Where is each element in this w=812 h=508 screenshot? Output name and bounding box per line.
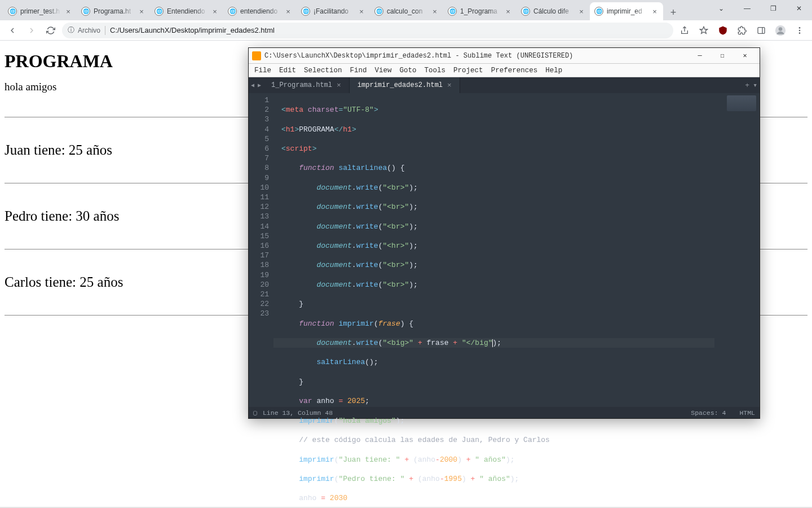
menu-view[interactable]: View (375, 67, 392, 75)
info-icon: ⓘ (68, 25, 74, 35)
tab-dropdown-icon[interactable]: ▾ (753, 81, 757, 90)
line-number: 12 (249, 202, 269, 212)
close-icon[interactable]: × (431, 7, 439, 15)
code-line: document.write("<hr>"); (273, 241, 714, 251)
profile-icon[interactable] (773, 23, 788, 38)
browser-tab[interactable]: 🌐calculo_con× (370, 2, 443, 20)
site-info-label: Archivo (78, 27, 100, 34)
browser-tab[interactable]: 🌐primer_test.h× (3, 2, 77, 20)
editor-tab-label: imprimir_edades2.html (358, 81, 443, 89)
menu-edit[interactable]: Edit (279, 67, 296, 75)
menu-project[interactable]: Project (453, 67, 483, 75)
code-line: document.write("<br>"); (273, 222, 714, 231)
menu-tools[interactable]: Tools (425, 67, 446, 75)
browser-tab[interactable]: 🌐1_Programa× (443, 2, 517, 20)
omnibox[interactable]: ⓘ Archivo C:/Users/LaunchX/Desktop/impri… (62, 23, 673, 38)
bookmark-icon[interactable] (696, 23, 712, 38)
browser-tab[interactable]: 🌐Programa.ht× (77, 2, 150, 20)
menu-preferences[interactable]: Preferences (491, 67, 538, 75)
sublime-menubar: File Edit Selection Find View Goto Tools… (249, 64, 760, 77)
maximize-button[interactable]: ❐ (760, 0, 786, 17)
extensions-icon[interactable] (734, 23, 750, 38)
forward-button[interactable] (24, 23, 39, 38)
new-tab-icon[interactable]: + (745, 81, 749, 90)
close-icon[interactable]: × (504, 7, 512, 15)
close-icon[interactable]: × (577, 7, 585, 15)
close-icon[interactable]: × (358, 7, 365, 15)
code-area[interactable]: <meta charset="UTF-8"> <h1>PROGRAMA</h1>… (273, 93, 714, 407)
close-icon[interactable]: × (138, 7, 145, 15)
site-info[interactable]: ⓘ Archivo (68, 25, 100, 35)
minimap[interactable] (714, 93, 760, 407)
tab-title: primer_test.h (20, 7, 61, 15)
browser-tab[interactable]: 🌐entendiendo× (223, 2, 297, 20)
panel-switch-icon[interactable]: ▢ (253, 409, 257, 417)
url-text: C:/Users/LaunchX/Desktop/imprimir_edades… (110, 26, 275, 34)
tab-title: entendiendo (240, 7, 281, 15)
code-line: document.write("<br>"); (273, 202, 714, 212)
minimap-viewport[interactable] (727, 95, 756, 111)
browser-tab-active[interactable]: 🌐imprimir_ed× (590, 2, 663, 20)
close-icon[interactable]: × (284, 7, 292, 15)
reload-button[interactable] (43, 23, 59, 38)
minimize-button[interactable]: ― (689, 48, 711, 64)
code-line: saltarLinea(); (273, 357, 714, 367)
code-line: } (273, 299, 714, 309)
line-number: 10 (249, 183, 269, 192)
line-number: 16 (249, 241, 269, 251)
new-tab-button[interactable]: + (665, 5, 681, 20)
browser-tab[interactable]: 🌐¡Facilitando× (297, 2, 370, 20)
globe-icon: 🌐 (228, 7, 237, 16)
sublime-titlebar[interactable]: C:\Users\LaunchX\Desktop\imprimir_edades… (249, 48, 760, 64)
maximize-button[interactable]: ☐ (711, 48, 734, 64)
code-line: imprimir("hola amigos"); (273, 416, 714, 426)
code-line: imprimir("Juan tiene: " + (anho-2000) + … (273, 455, 714, 465)
editor-body: 1 2 3 4 5 6 7 8 9 10 11 12 13 14 15 16 1… (249, 93, 760, 407)
dropdown-icon[interactable]: ⌄ (708, 0, 734, 17)
share-icon[interactable] (677, 23, 692, 38)
close-icon[interactable]: × (447, 81, 452, 90)
sidepanel-icon[interactable] (753, 23, 769, 38)
editor-tab-active[interactable]: imprimir_edades2.html× (350, 77, 460, 93)
gutter: 1 2 3 4 5 6 7 8 9 10 11 12 13 14 15 16 1… (249, 93, 273, 407)
close-icon[interactable]: × (211, 7, 219, 15)
editor-tab-label: 1_Programa.html (271, 81, 332, 89)
code-line: <script> (273, 144, 714, 154)
menu-goto[interactable]: Goto (400, 67, 417, 75)
menu-selection[interactable]: Selection (304, 67, 342, 75)
menu-help[interactable]: Help (545, 67, 562, 75)
tab-title: Cálculo dife (533, 7, 574, 15)
code-line: <h1>PROGRAMA</h1> (273, 125, 714, 134)
close-button[interactable]: ✕ (734, 48, 756, 64)
line-number: 7 (249, 154, 269, 163)
close-button[interactable]: ✕ (786, 0, 812, 17)
line-number: 8 (249, 163, 269, 173)
toolbar-actions (677, 23, 807, 38)
tab-nav-arrows[interactable]: ◀ ▶ (249, 77, 263, 93)
menu-icon[interactable] (792, 23, 807, 38)
menu-find[interactable]: Find (350, 67, 367, 75)
browser-tab[interactable]: 🌐Cálculo dife× (517, 2, 590, 20)
sublime-window[interactable]: C:\Users\LaunchX\Desktop\imprimir_edades… (248, 47, 760, 419)
close-icon[interactable]: × (64, 7, 72, 15)
line-number: 19 (249, 270, 269, 280)
code-line: var anho = 2025; (273, 396, 714, 406)
globe-icon: 🌐 (521, 7, 530, 16)
minimize-button[interactable]: ― (734, 0, 760, 17)
divider (105, 26, 105, 35)
back-button[interactable] (5, 23, 20, 38)
svg-rect-0 (758, 27, 765, 33)
menu-file[interactable]: File (254, 67, 271, 75)
status-syntax[interactable]: HTML (739, 409, 755, 417)
line-number: 18 (249, 260, 269, 270)
editor-tab[interactable]: 1_Programa.html× (263, 77, 350, 93)
close-icon[interactable]: × (337, 81, 341, 90)
browser-tab[interactable]: 🌐Entendiendo× (150, 2, 223, 20)
ublock-icon[interactable] (715, 23, 731, 38)
svg-point-3 (779, 27, 783, 31)
tab-title: imprimir_ed (607, 7, 647, 15)
line-number: 5 (249, 134, 269, 144)
globe-icon: 🌐 (374, 7, 383, 16)
line-number: 3 (249, 115, 269, 124)
close-icon[interactable]: × (651, 7, 659, 15)
